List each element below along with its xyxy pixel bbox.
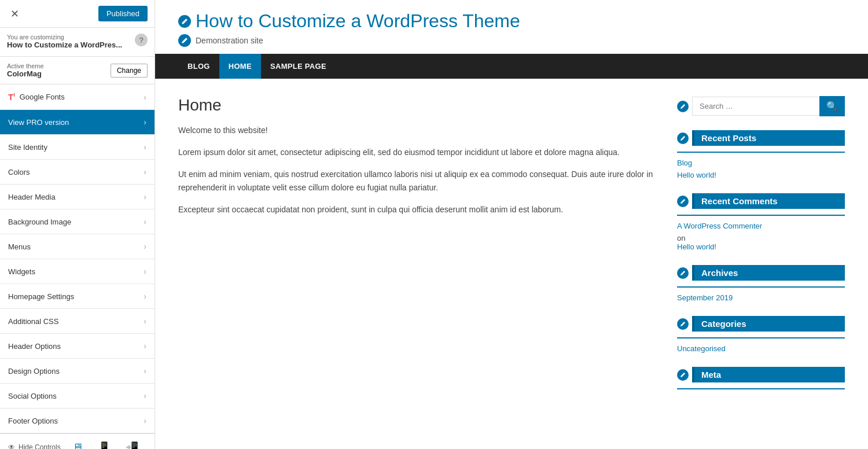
search-button[interactable]: 🔍 (819, 96, 845, 116)
meta-title-row: Meta (677, 367, 845, 382)
chevron-right-icon: › (144, 217, 146, 226)
active-theme-text: Active theme ColorMag (7, 62, 44, 78)
paragraph-2: Lorem ipsum dolor sit amet, consectetur … (178, 146, 654, 160)
recent-comments-edit-icon[interactable] (677, 196, 689, 207)
search-widget: 🔍 (677, 96, 845, 116)
recent-post-link-hello[interactable]: Hello world! (677, 171, 845, 179)
navigation-bar: BLOG HOME SAMPLE PAGE (155, 54, 868, 79)
sidebar-item-label: Google Fonts (20, 93, 65, 101)
meta-widget: Meta (677, 367, 845, 389)
menu-items-list: TI Google Fonts › View PRO version › Sit… (0, 84, 155, 433)
sidebar-item-label: Design Options (8, 367, 60, 376)
categories-widget: Categories Uncategorised (677, 316, 845, 353)
categories-underline (677, 337, 845, 338)
category-link-uncategorised[interactable]: Uncategorised (677, 344, 845, 353)
tablet-view-button[interactable]: 📱 (94, 440, 114, 449)
chevron-right-icon: › (144, 192, 146, 201)
chevron-right-icon: › (144, 341, 146, 351)
change-theme-button[interactable]: Change (111, 64, 148, 78)
site-title: How to Customize a WordPress Theme (196, 10, 520, 32)
sidebar-item-social-options[interactable]: Social Options › (0, 384, 155, 408)
sidebar-item-background-image[interactable]: Background Image › (0, 209, 155, 234)
search-row: 🔍 (692, 96, 845, 116)
sidebar-item-homepage-settings[interactable]: Homepage Settings › (0, 284, 155, 309)
site-desc-row: Demonstration site (178, 34, 845, 47)
on-text: on (677, 234, 685, 242)
published-button[interactable]: Published (98, 6, 148, 21)
sidebar-item-google-fonts[interactable]: TI Google Fonts › (0, 84, 155, 110)
sidebar-item-footer-options[interactable]: Footer Options › (0, 408, 155, 433)
hide-controls-label: Hide Controls (19, 443, 61, 449)
chevron-right-icon: › (144, 267, 146, 276)
categories-content: Uncategorised (677, 344, 845, 353)
sidebar-item-colors[interactable]: Colors › (0, 160, 155, 185)
nav-home[interactable]: HOME (219, 54, 261, 79)
sidebar-item-label: Background Image (8, 218, 71, 226)
mobile-view-button[interactable]: 📲 (122, 440, 142, 449)
recent-comments-content: A WordPress Commenter on Hello world! (677, 222, 845, 251)
chevron-right-icon: › (144, 242, 146, 251)
sidebar-item-site-identity[interactable]: Site Identity › (0, 135, 155, 160)
recent-posts-widget: Recent Posts Blog Hello world! (677, 130, 845, 179)
sidebar: ✕ Published You are customizing How to C… (0, 0, 155, 449)
sidebar-item-header-options[interactable]: Header Options › (0, 334, 155, 359)
categories-edit-icon[interactable] (677, 318, 689, 330)
close-button[interactable]: ✕ (7, 6, 22, 21)
desktop-view-button[interactable]: 🖥 (69, 440, 86, 450)
theme-name: ColorMag (7, 69, 44, 78)
meta-underline (677, 388, 845, 389)
recent-comments-widget: Recent Comments A WordPress Commenter on… (677, 193, 845, 251)
archives-title-row: Archives (677, 265, 845, 281)
eye-icon: 👁 (8, 443, 15, 449)
page-heading: Home (178, 96, 654, 115)
nav-blog[interactable]: BLOG (178, 54, 219, 79)
recent-comments-title-row: Recent Comments (677, 193, 845, 209)
archives-underline (677, 286, 845, 288)
paragraph-1: Welcome to this website! (178, 124, 654, 138)
recent-posts-title: Recent Posts (692, 130, 845, 146)
recent-posts-content: Blog Hello world! (677, 159, 845, 179)
commenter-link[interactable]: A WordPress Commenter (677, 222, 845, 230)
recent-post-link-blog[interactable]: Blog (677, 159, 845, 167)
meta-edit-icon[interactable] (677, 369, 689, 381)
search-widget-edit-icon[interactable] (677, 101, 689, 112)
nav-sample-page[interactable]: SAMPLE PAGE (261, 54, 336, 79)
paragraph-4: Excepteur sint occaecat cupidatat non pr… (178, 203, 654, 217)
recent-posts-edit-icon[interactable] (677, 133, 689, 144)
hide-controls-button[interactable]: 👁 Hide Controls (8, 443, 61, 449)
sidebar-item-header-media[interactable]: Header Media › (0, 185, 155, 209)
sidebar-item-widgets[interactable]: Widgets › (0, 259, 155, 284)
archives-edit-icon[interactable] (677, 267, 689, 279)
paragraph-3: Ut enim ad minim veniam, quis nostrud ex… (178, 168, 654, 196)
chevron-right-icon: › (144, 117, 146, 127)
sidebar-item-label: Additional CSS (8, 317, 58, 326)
chevron-right-icon: › (144, 93, 146, 102)
sidebar-item-label: Site Identity (8, 143, 47, 152)
main-content: Home Welcome to this website! Lorem ipsu… (178, 96, 654, 403)
sidebar-item-label: View PRO version (8, 118, 69, 127)
archives-content: September 2019 (677, 293, 845, 302)
sidebar-item-design-options[interactable]: Design Options › (0, 359, 155, 384)
chevron-right-icon: › (144, 167, 146, 176)
main-preview: How to Customize a WordPress Theme Demon… (155, 0, 868, 449)
sidebar-item-additional-css[interactable]: Additional CSS › (0, 309, 155, 334)
sidebar-bottom: 👁 Hide Controls 🖥 📱 📲 (0, 433, 155, 449)
site-desc-edit-icon[interactable] (178, 34, 191, 47)
help-button[interactable]: ? (135, 34, 148, 46)
archive-link-sep2019[interactable]: September 2019 (677, 293, 845, 302)
sidebar-item-menus[interactable]: Menus › (0, 234, 155, 259)
meta-title: Meta (692, 367, 845, 382)
site-title-edit-icon[interactable] (178, 15, 191, 28)
search-input[interactable] (692, 97, 819, 116)
recent-posts-title-row: Recent Posts (677, 130, 845, 146)
chevron-right-icon: › (144, 316, 146, 326)
sidebar-item-label: Footer Options (8, 417, 58, 425)
sidebar-item-label: Social Options (8, 392, 57, 400)
categories-title-row: Categories (677, 316, 845, 332)
sidebar-item-label: Menus (8, 242, 31, 251)
customizing-text: You are customizing How to Customize a W… (7, 34, 122, 49)
sidebar-item-view-pro[interactable]: View PRO version › (0, 110, 155, 135)
search-widget-title-row: 🔍 (677, 96, 845, 116)
commented-post-link[interactable]: Hello world! (677, 242, 845, 251)
categories-title: Categories (692, 316, 845, 332)
